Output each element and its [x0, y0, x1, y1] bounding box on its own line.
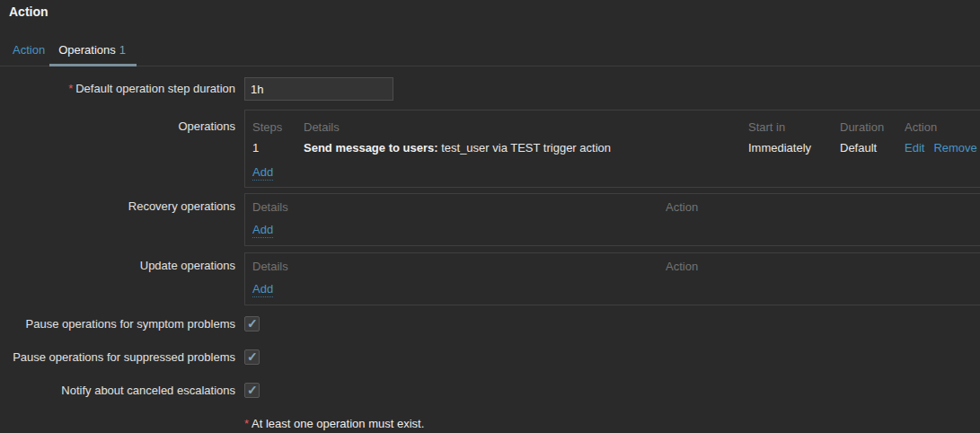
operations-label: Operations: [0, 110, 235, 133]
tab-action[interactable]: Action: [13, 43, 45, 66]
col-header-start-in: Start in: [748, 120, 840, 134]
page-title: Action: [0, 0, 980, 19]
col-header-duration: Duration: [840, 120, 905, 134]
add-operation-link[interactable]: Add: [252, 165, 273, 181]
add-recovery-operation-link[interactable]: Add: [252, 223, 273, 238]
pause-symptom-label: Pause operations for symptom problems: [0, 316, 235, 331]
form-row-default-duration: *Default operation step duration: [0, 77, 980, 101]
edit-operation-link[interactable]: Edit: [905, 141, 924, 155]
col-header-details: Details: [304, 120, 748, 134]
operation-details: Send message to users: test_user via TES…: [304, 141, 748, 155]
col-header-action: Action: [905, 120, 980, 134]
update-operations-label: Update operations: [0, 252, 235, 272]
recovery-add-row: Add: [245, 214, 980, 245]
col-header-details: Details: [245, 260, 666, 273]
remove-operation-link[interactable]: Remove: [933, 141, 976, 155]
recovery-table-header: Details Action: [245, 194, 980, 214]
form-row-notify-canceled: Notify about canceled escalations: [0, 383, 980, 398]
notify-canceled-checkbox[interactable]: [244, 383, 260, 398]
action-configuration-page: Action Action Operations1 *Default opera…: [0, 0, 980, 433]
pause-suppressed-label: Pause operations for suppressed problems: [0, 349, 235, 365]
notify-canceled-label: Notify about canceled escalations: [0, 383, 235, 398]
form-row-update-operations: Update operations Details Action Add: [0, 252, 980, 305]
update-operations-table: Details Action Add: [244, 252, 980, 305]
default-duration-label: *Default operation step duration: [0, 77, 235, 101]
update-table-header: Details Action: [245, 253, 980, 273]
required-asterisk: *: [68, 82, 73, 95]
required-asterisk: *: [244, 417, 249, 430]
operation-details-target: test_user via TEST trigger action: [438, 141, 611, 155]
tab-operations[interactable]: Operations1: [49, 43, 137, 66]
operation-details-type: Send message to users:: [304, 141, 438, 155]
form-row-recovery-operations: Recovery operations Details Action Add: [0, 193, 980, 246]
add-update-operation-link[interactable]: Add: [252, 282, 273, 297]
operations-table-header: Steps Details Start in Duration Action: [245, 110, 980, 136]
col-header-action: Action: [666, 260, 980, 273]
form-row-pause-symptom: Pause operations for symptom problems: [0, 316, 980, 331]
operation-step-number: 1: [245, 141, 304, 155]
col-header-details: Details: [245, 200, 666, 214]
tab-operations-label: Operations: [58, 43, 116, 57]
validation-note-text: At least one operation must exist.: [252, 417, 424, 430]
operation-start-in: Immediately: [748, 141, 840, 155]
form-row-operations: Operations Steps Details Start in Durati…: [0, 110, 980, 188]
default-duration-input[interactable]: [244, 77, 393, 101]
operations-table: Steps Details Start in Duration Action 1…: [244, 110, 980, 188]
operations-add-row: Add: [245, 155, 980, 187]
operation-actions: EditRemove: [905, 141, 980, 155]
tab-bar: Action Operations1: [0, 43, 980, 66]
tab-action-label: Action: [13, 43, 45, 57]
col-header-action: Action: [666, 200, 980, 214]
operation-duration: Default: [840, 141, 905, 155]
tab-operations-count: 1: [119, 43, 126, 57]
col-header-steps: Steps: [245, 120, 304, 134]
table-row: 1 Send message to users: test_user via T…: [245, 136, 980, 155]
recovery-operations-table: Details Action Add: [244, 193, 980, 246]
pause-suppressed-checkbox[interactable]: [244, 349, 260, 365]
validation-note: *At least one operation must exist.: [0, 417, 980, 430]
recovery-operations-label: Recovery operations: [0, 193, 235, 213]
form-row-pause-suppressed: Pause operations for suppressed problems: [0, 349, 980, 365]
update-add-row: Add: [245, 273, 980, 305]
pause-symptom-checkbox[interactable]: [244, 316, 260, 331]
